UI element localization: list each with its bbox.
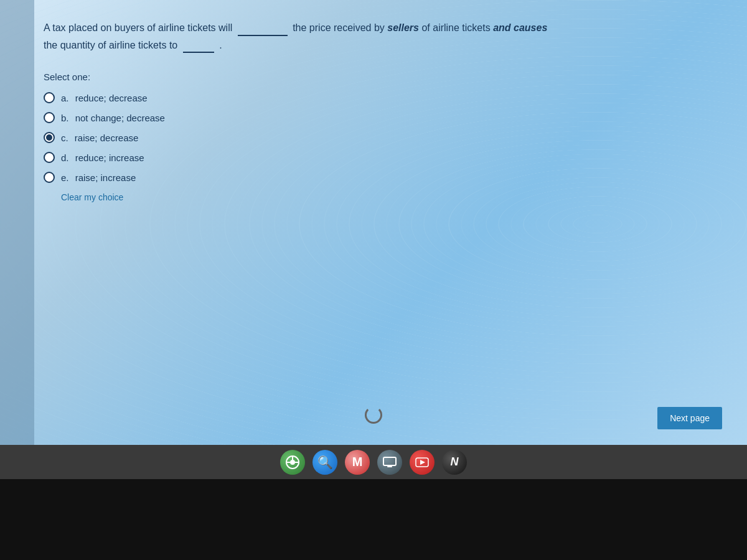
- select-one-label: Select one:: [44, 72, 722, 82]
- svg-point-1: [290, 460, 295, 465]
- svg-rect-5: [383, 457, 396, 465]
- chrome-svg: [286, 455, 299, 469]
- option-d[interactable]: d. reduce; increase: [44, 152, 722, 163]
- radio-a[interactable]: [44, 92, 55, 103]
- taskbar: 🔍 M N: [0, 445, 747, 479]
- next-page-button[interactable]: Next page: [657, 407, 722, 429]
- option-b-letter: b.: [61, 113, 69, 123]
- blank1: [238, 19, 288, 36]
- option-a-text: reduce; decrease: [75, 93, 148, 103]
- question-part5: the quantity of airline tickets to: [44, 40, 177, 50]
- youtube-svg: [415, 457, 429, 467]
- radio-b[interactable]: [44, 112, 55, 123]
- option-d-letter: d.: [61, 152, 69, 163]
- left-panel: [0, 0, 34, 448]
- option-e-text: raise; increase: [75, 172, 136, 183]
- reload-icon[interactable]: [365, 406, 382, 424]
- option-b[interactable]: b. not change; decrease: [44, 112, 722, 123]
- option-b-label: b. not change; decrease: [61, 113, 165, 123]
- blank2: [183, 36, 214, 54]
- option-c-letter: c.: [61, 133, 68, 143]
- svg-marker-8: [420, 460, 425, 465]
- taskbar-chrome-icon[interactable]: [280, 450, 305, 475]
- next-btn-container: Next page: [657, 407, 722, 429]
- question-part3: of airline tickets: [421, 22, 490, 33]
- question-part2: the price received by: [293, 22, 385, 33]
- option-a-label: a. reduce; decrease: [61, 93, 148, 103]
- reload-area: [365, 406, 382, 426]
- option-e[interactable]: e. raise; increase: [44, 172, 722, 183]
- option-d-text: reduce; increase: [75, 152, 144, 163]
- question-part1: A tax placed on buyers of airline ticket…: [44, 22, 232, 33]
- option-e-label: e. raise; increase: [61, 172, 136, 183]
- screen: A tax placed on buyers of airline ticket…: [0, 0, 747, 560]
- taskbar-n-icon[interactable]: N: [442, 450, 467, 475]
- black-area: [0, 479, 747, 560]
- taskbar-files-icon[interactable]: 🔍: [312, 450, 337, 475]
- quiz-area: A tax placed on buyers of airline ticket…: [0, 0, 747, 448]
- option-c-text: raise; decrease: [75, 133, 139, 143]
- options-list: a. reduce; decrease b. not change; decre…: [44, 92, 722, 183]
- content-box: A tax placed on buyers of airline ticket…: [44, 19, 722, 203]
- question-text: A tax placed on buyers of airline ticket…: [44, 19, 722, 53]
- radio-e[interactable]: [44, 172, 55, 183]
- question-part4: and causes: [493, 22, 547, 33]
- radio-d[interactable]: [44, 152, 55, 163]
- option-a-letter: a.: [61, 93, 69, 103]
- taskbar-gmail-icon[interactable]: M: [345, 450, 370, 475]
- clear-my-choice-link[interactable]: Clear my choice: [61, 192, 123, 202]
- question-part6: .: [219, 40, 222, 50]
- radio-c[interactable]: [44, 132, 55, 143]
- taskbar-tv-icon[interactable]: [377, 450, 402, 475]
- svg-rect-6: [387, 466, 392, 467]
- option-b-text: not change; decrease: [75, 113, 165, 123]
- option-c[interactable]: c. raise; decrease: [44, 132, 722, 143]
- taskbar-youtube-icon[interactable]: [410, 450, 435, 475]
- option-e-letter: e.: [61, 172, 69, 183]
- radio-c-inner: [46, 134, 52, 141]
- question-part2-italic: sellers: [387, 22, 419, 33]
- option-a[interactable]: a. reduce; decrease: [44, 92, 722, 103]
- option-c-label: c. raise; decrease: [61, 133, 138, 143]
- tv-svg: [383, 457, 397, 468]
- option-d-label: d. reduce; increase: [61, 152, 144, 163]
